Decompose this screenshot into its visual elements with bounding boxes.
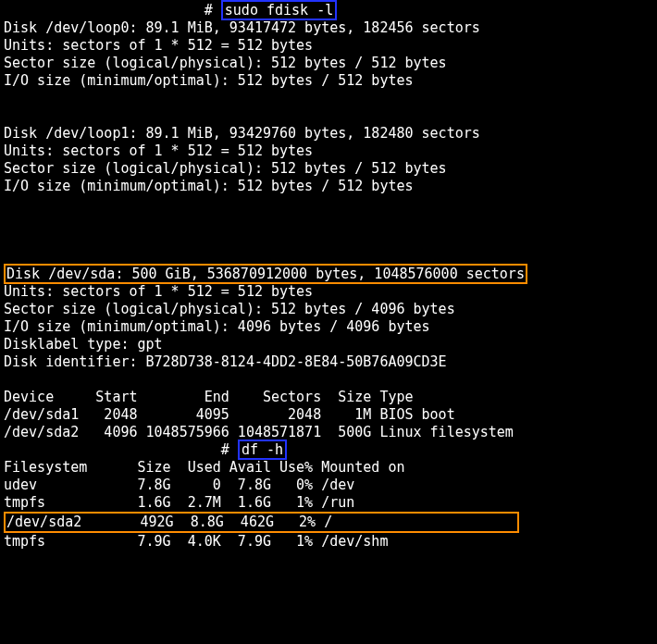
loop0-sector: Sector size (logical/physical): 512 byte… [4,55,447,71]
df-row-sda2: /dev/sda2 492G 8.8G 462G 2% / [4,512,519,533]
loop0-io: I/O size (minimum/optimal): 512 bytes / … [4,72,414,89]
sda-units: Units: sectors of 1 * 512 = 512 bytes [4,283,313,300]
sda-sector: Sector size (logical/physical): 512 byte… [4,301,455,317]
loop0-units: Units: sectors of 1 * 512 = 512 bytes [4,37,313,54]
terminal[interactable]: # sudo fdisk -l Disk /dev/loop0: 89.1 Mi… [0,0,657,552]
sda-io: I/O size (minimum/optimal): 4096 bytes /… [4,318,430,335]
ptable-header: Device Start End Sectors Size Type [4,389,414,405]
loop1-units: Units: sectors of 1 * 512 = 512 bytes [4,142,313,159]
sda-id: Disk identifier: B728D738-8124-4DD2-8E84… [4,353,447,370]
sda-header: Disk /dev/sda: 500 GiB, 536870912000 byt… [4,264,527,284]
loop1-header: Disk /dev/loop1: 89.1 MiB, 93429760 byte… [4,125,480,142]
prompt-line-1: # sudo fdisk -l [4,0,337,20]
sda-label: Disklabel type: gpt [4,336,163,353]
df-row-tmpfs: tmpfs 1.6G 2.7M 1.6G 1% /run [4,494,354,511]
loop1-sector: Sector size (logical/physical): 512 byte… [4,160,447,177]
cmd-df: df -h [238,440,287,460]
prompt-line-2: # df -h [4,440,287,460]
df-row-shm: tmpfs 7.9G 4.0K 7.9G 1% /dev/shm [4,533,388,550]
df-row-udev: udev 7.8G 0 7.8G 0% /dev [4,477,354,493]
ptable-row-2: /dev/sda2 4096 1048575966 1048571871 500… [4,424,514,440]
cmd-fdisk: sudo fdisk -l [221,0,337,20]
df-header: Filesystem Size Used Avail Use% Mounted … [4,459,404,476]
loop0-header: Disk /dev/loop0: 89.1 MiB, 93417472 byte… [4,19,480,36]
loop1-io: I/O size (minimum/optimal): 512 bytes / … [4,178,414,194]
ptable-row-1: /dev/sda1 2048 4095 2048 1M BIOS boot [4,406,455,423]
